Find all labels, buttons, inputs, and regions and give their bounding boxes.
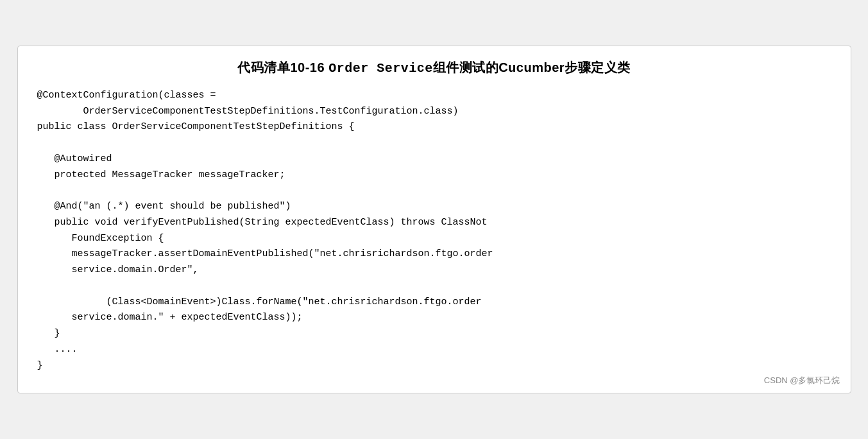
title-code: Order Service xyxy=(328,61,433,76)
title-text-prefix: 代码清单10-16 xyxy=(237,60,328,74)
page-title: 代码清单10-16 Order Service组件测试的Cucumber步骤定义… xyxy=(37,59,831,76)
code-block: @ContextConfiguration(classes = OrderSer… xyxy=(37,88,831,374)
main-card: 代码清单10-16 Order Service组件测试的Cucumber步骤定义… xyxy=(17,46,851,394)
watermark: CSDN @多氯环己烷 xyxy=(764,375,840,386)
title-text-suffix: 组件测试的Cucumber步骤定义类 xyxy=(433,60,631,74)
